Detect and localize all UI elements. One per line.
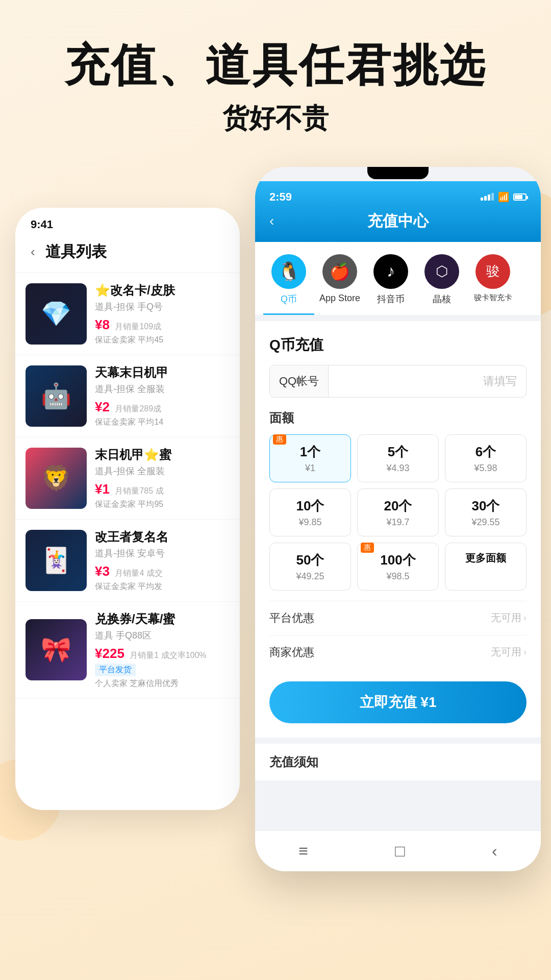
fg-phone-bottom-nav: ≡ □ ‹ xyxy=(255,830,541,871)
product-info-5: 兑换券/天幕/蜜 道具 手Q88区 ¥225 月销量1 成交率100% 平台发货… xyxy=(95,611,230,689)
platform-discount-row[interactable]: 平台优惠 无可用 › xyxy=(269,601,527,635)
product-img-1: 💎 xyxy=(26,283,87,345)
product-price-1: ¥8 xyxy=(95,317,110,332)
cat-label-jinghe: 晶核 xyxy=(433,293,451,305)
cat-tab-jinghe[interactable]: ⬡ 晶核 xyxy=(416,254,467,315)
hero-section: 充值、道具任君挑选 货好不贵 xyxy=(0,0,551,167)
product-info-4: 改王者复名名 道具-担保 安卓号 ¥3 月销量4 成交 保证金卖家 平均发 xyxy=(95,529,230,592)
denom-badge-1: 惠 xyxy=(273,434,286,445)
denom-count-6: 30个 xyxy=(450,497,521,515)
qq-input-row[interactable]: QQ帐号 请填写 xyxy=(269,365,527,398)
hero-title: 充值、道具任君挑选 xyxy=(20,41,531,90)
denom-item-7[interactable]: 50个 ¥49.25 xyxy=(269,543,351,591)
fg-phone-back-icon[interactable]: ‹ xyxy=(269,213,274,229)
fg-phone: 2:59 📶 ‹ 充值中心 xyxy=(255,167,541,871)
denom-item-4[interactable]: 10个 ¥9.85 xyxy=(269,488,351,536)
denom-item-8[interactable]: 惠 100个 ¥98.5 xyxy=(357,543,439,591)
denom-count-2: 5个 xyxy=(363,443,433,461)
bg-phone-title: 道具列表 xyxy=(45,241,107,262)
cat-tab-apple[interactable]: 🍎 App Store xyxy=(314,254,365,315)
fg-phone-content: Q币充值 QQ帐号 请填写 面额 惠 1个 ¥1 5个 ¥4.93 xyxy=(255,321,541,738)
denom-count-4: 10个 xyxy=(275,497,345,515)
bg-phone: 9:41 ‹ 道具列表 💎 ⭐改名卡/皮肤 道具-担保 手Q号 ¥8 月销量10… xyxy=(15,208,240,810)
bg-phone-back-icon[interactable]: ‹ xyxy=(31,244,35,260)
product-price-4: ¥3 xyxy=(95,564,110,579)
product-item-2[interactable]: 🤖 天幕末日机甲 道具-担保 全服装 ¥2 月销量289成 保证金卖家 平均14 xyxy=(15,355,240,437)
merchant-discount-row[interactable]: 商家优惠 无可用 › xyxy=(269,635,527,669)
product-guarantee-4: 保证金卖家 平均发 xyxy=(95,581,230,592)
product-item-4[interactable]: 🃏 改王者复名名 道具-担保 安卓号 ¥3 月销量4 成交 保证金卖家 平均发 xyxy=(15,520,240,602)
denom-title: 面额 xyxy=(269,410,527,426)
product-info-3: 末日机甲⭐蜜 道具-担保 全服装 ¥1 月销量785 成 保证金卖家 平均95 xyxy=(95,447,230,510)
product-info-2: 天幕末日机甲 道具-担保 全服装 ¥2 月销量289成 保证金卖家 平均14 xyxy=(95,364,230,428)
qq-input-label: QQ帐号 xyxy=(270,365,329,397)
bg-phone-status: 9:41 xyxy=(15,208,240,236)
bottom-nav-back-icon[interactable]: ‹ xyxy=(492,842,497,861)
denom-price-3: ¥5.98 xyxy=(450,463,521,474)
denom-count-more: 更多面额 xyxy=(450,551,521,565)
phones-wrapper: 9:41 ‹ 道具列表 💎 ⭐改名卡/皮肤 道具-担保 手Q号 ¥8 月销量10… xyxy=(0,167,551,892)
product-desc-4: 道具-担保 安卓号 xyxy=(95,547,230,559)
product-item-5[interactable]: 🎀 兑换券/天幕/蜜 道具 手Q88区 ¥225 月销量1 成交率100% 平台… xyxy=(15,602,240,699)
product-item-3[interactable]: 🦁 末日机甲⭐蜜 道具-担保 全服装 ¥1 月销量785 成 保证金卖家 平均9… xyxy=(15,437,240,520)
cat-icon-jinghe: ⬡ xyxy=(424,254,459,289)
recharge-title: Q币充值 xyxy=(269,335,527,355)
product-img-5: 🎀 xyxy=(26,619,87,680)
product-icon-2: 🤖 xyxy=(41,382,71,410)
product-price-2: ¥2 xyxy=(95,399,110,414)
denom-item-2[interactable]: 5个 ¥4.93 xyxy=(357,434,439,482)
denom-item-1[interactable]: 惠 1个 ¥1 xyxy=(269,434,351,482)
denom-badge-8: 惠 xyxy=(361,543,374,553)
denom-grid: 惠 1个 ¥1 5个 ¥4.93 6个 ¥5.98 10个 ¥9.85 xyxy=(269,434,527,591)
platform-badge-5: 平台发货 xyxy=(95,664,136,676)
fg-phone-time: 2:59 xyxy=(269,190,292,204)
bottom-nav-home-icon[interactable]: □ xyxy=(395,842,405,861)
merchant-discount-arrow: › xyxy=(523,647,527,657)
phone-notch xyxy=(367,167,429,179)
fg-phone-status: 2:59 📶 xyxy=(255,181,541,208)
bottom-nav-menu-icon[interactable]: ≡ xyxy=(298,842,308,861)
platform-discount-arrow: › xyxy=(523,612,527,623)
product-name-1: ⭐改名卡/皮肤 xyxy=(95,282,230,299)
product-img-4: 🃏 xyxy=(26,530,87,591)
cat-icon-junka: 骏 xyxy=(475,254,510,289)
denom-price-8: ¥98.5 xyxy=(363,571,433,582)
product-desc-5: 道具 手Q88区 xyxy=(95,629,230,642)
denom-item-3[interactable]: 6个 ¥5.98 xyxy=(445,434,527,482)
cat-tab-qq[interactable]: 🐧 Q币 xyxy=(263,254,314,315)
battery-fill xyxy=(515,195,522,199)
battery-icon xyxy=(513,193,527,201)
denom-count-1: 1个 xyxy=(275,443,345,461)
bg-phone-header: ‹ 道具列表 xyxy=(15,236,240,273)
denom-count-3: 6个 xyxy=(450,443,521,461)
cat-icon-douyin: ♪ xyxy=(373,254,408,289)
product-icon-1: 💎 xyxy=(41,300,71,328)
qq-input-placeholder[interactable]: 请填写 xyxy=(329,365,526,397)
product-extra-5: 个人卖家 芝麻信用优秀 xyxy=(95,678,230,689)
signal-bar-1 xyxy=(481,198,483,201)
cat-label-qq: Q币 xyxy=(281,293,297,305)
product-price-5: ¥225 xyxy=(95,646,124,661)
cta-button[interactable]: 立即充值 ¥1 xyxy=(269,681,527,723)
product-desc-3: 道具-担保 全服装 xyxy=(95,465,230,477)
denom-item-5[interactable]: 20个 ¥19.7 xyxy=(357,488,439,536)
denom-price-2: ¥4.93 xyxy=(363,463,433,474)
denom-item-6[interactable]: 30个 ¥29.55 xyxy=(445,488,527,536)
product-name-5: 兑换券/天幕/蜜 xyxy=(95,611,230,627)
denom-count-7: 50个 xyxy=(275,551,345,569)
notice-section: 充值须知 xyxy=(255,744,541,780)
cat-tab-douyin[interactable]: ♪ 抖音币 xyxy=(365,254,416,315)
product-icon-4: 🃏 xyxy=(41,546,71,575)
category-tabs: 🐧 Q币 🍎 App Store ♪ 抖音币 ⬡ 晶核 xyxy=(255,242,541,315)
product-desc-2: 道具-担保 全服装 xyxy=(95,383,230,395)
wifi-icon: 📶 xyxy=(498,191,509,203)
product-sales-5: 月销量1 成交率100% xyxy=(130,651,206,659)
cat-tab-junka[interactable]: 骏 骏卡智充卡 xyxy=(467,254,518,315)
cat-icon-qq: 🐧 xyxy=(271,254,306,289)
denom-item-more[interactable]: 更多面额 xyxy=(445,543,527,591)
merchant-discount-label: 商家优惠 xyxy=(269,645,314,660)
product-desc-1: 道具-担保 手Q号 xyxy=(95,301,230,313)
denom-price-1: ¥1 xyxy=(275,463,345,474)
product-name-3: 末日机甲⭐蜜 xyxy=(95,447,230,463)
product-item-1[interactable]: 💎 ⭐改名卡/皮肤 道具-担保 手Q号 ¥8 月销量109成 保证金卖家 平均4… xyxy=(15,273,240,355)
